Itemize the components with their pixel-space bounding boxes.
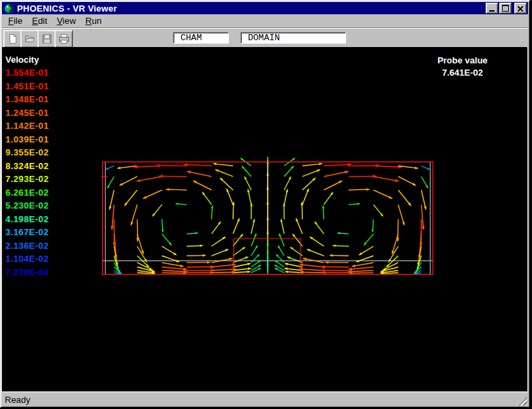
menu-file[interactable]: File [3,15,27,27]
legend-entry: 4.198E-02 [5,214,49,228]
cham-field[interactable] [173,32,229,44]
open-button[interactable] [20,30,39,48]
save-button[interactable] [37,30,56,48]
print-button[interactable] [54,30,73,48]
save-floppy-icon [42,33,52,44]
legend-entry: 6.261E-02 [5,187,49,201]
print-icon [59,33,69,44]
menubar: FileEditViewRun [2,14,528,28]
legend-entry: 1.554E-01 [5,67,49,81]
legend-entry: 1.451E-01 [5,81,49,95]
legend-title: Velocity [5,55,39,65]
menu-edit[interactable]: Edit [27,15,52,27]
app-window: PHOENICS - VR Viewer FileEditViewRun [0,0,530,408]
legend-entry: 7.270E-04 [5,267,49,281]
legend-entry: 1.104E-02 [5,254,49,267]
open-folder-icon [25,33,35,44]
statusbar: Ready [2,392,528,406]
minimize-icon [489,10,495,12]
legend-entry: 1.245E-01 [5,108,49,121]
maximize-button[interactable] [499,3,512,14]
legend-entry: 8.324E-02 [5,161,49,175]
probe-label: Probe value [381,55,532,67]
close-icon [518,6,523,12]
new-file-icon [7,33,18,44]
legend-entry: 1.348E-01 [5,94,49,108]
probe-value: 7.641E-02 [381,67,532,79]
phoenics-logo-icon [4,3,14,14]
titlebar: PHOENICS - VR Viewer [2,2,528,14]
resize-grip-icon[interactable] [518,397,527,406]
window-title: PHOENICS - VR Viewer [17,3,484,14]
legend-entry: 2.136E-02 [5,241,49,254]
status-text: Ready [5,395,31,405]
velocity-legend: 1.554E-011.451E-011.348E-011.245E-011.14… [5,67,49,280]
legend-entry: 1.039E-01 [5,134,49,148]
legend-entry: 3.167E-02 [5,227,49,241]
legend-entry: 1.142E-01 [5,121,49,134]
new-button[interactable] [3,30,22,48]
close-button[interactable] [514,3,527,14]
menu-run[interactable]: Run [80,15,106,27]
minimize-button[interactable] [486,3,498,14]
legend-entry: 7.293E-02 [5,174,49,187]
domain-field[interactable] [240,32,346,44]
toolbar [2,28,528,48]
legend-entry: 5.230E-02 [5,200,49,214]
vector-plot [86,157,447,284]
viewer-canvas: Velocity 1.554E-011.451E-011.348E-011.24… [2,47,527,391]
legend-entry: 9.355E-02 [5,147,49,161]
probe-readout: Probe value 7.641E-02 [381,55,532,79]
maximize-icon [502,5,509,12]
menu-view[interactable]: View [52,15,80,27]
